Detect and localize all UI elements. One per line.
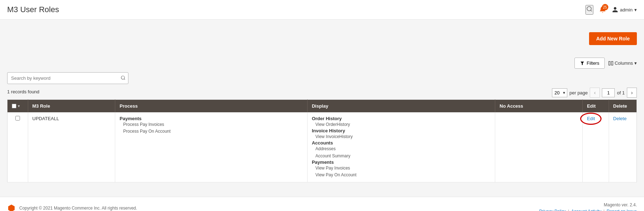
header: M3 User Roles 25 admin ▾ <box>0 0 644 20</box>
footer-links: Privacy Policy | Account Activity | Repo… <box>539 209 637 211</box>
prev-page-button[interactable]: ‹ <box>590 88 600 98</box>
magento-version: Magento ver. 2.4. <box>539 202 637 207</box>
svg-rect-3 <box>609 61 610 65</box>
page-title: M3 User Roles <box>7 5 59 14</box>
filters-bar: Filters Columns ▾ <box>7 58 637 69</box>
svg-rect-4 <box>611 61 613 65</box>
delete-cell: Delete <box>609 112 637 182</box>
next-page-button[interactable]: › <box>627 88 637 98</box>
columns-label: Columns <box>615 60 633 66</box>
process-sub-item-1: Process Pay Invoices <box>120 121 303 128</box>
current-page-input[interactable] <box>602 88 615 97</box>
add-new-role-button[interactable]: Add New Role <box>589 32 637 45</box>
pagination: 20 30 50 ▼ per page ‹ of 1 › <box>552 88 637 98</box>
th-delete: Delete <box>609 100 637 113</box>
display-title-accounts: Accounts <box>312 140 491 146</box>
noaccess-cell <box>495 112 583 182</box>
process-cell: Payments Process Pay Invoices Process Pa… <box>115 112 308 182</box>
display-item-account-summary: Account Summary <box>312 153 491 160</box>
edit-link[interactable]: Edit <box>587 116 595 121</box>
table-toolbar: 1 records found 20 30 50 ▼ per page ‹ of… <box>7 88 637 98</box>
display-item-view-invoicehistory: View InvoiceHistory <box>312 133 491 140</box>
svg-point-5 <box>121 76 125 79</box>
delete-link[interactable]: Delete <box>613 116 627 121</box>
table-row: UPDATEALL Payments Process Pay Invoices … <box>7 112 637 182</box>
select-all-checkbox[interactable] <box>12 104 16 108</box>
display-item-addresses: Addresses <box>312 146 491 152</box>
display-item-view-orderhistory: View OrderHistory <box>312 121 491 128</box>
th-process: Process <box>115 100 308 113</box>
footer-separator-2: | <box>603 209 604 211</box>
checkbox-dropdown-arrow[interactable]: ▾ <box>18 104 20 108</box>
header-right: 25 admin ▾ <box>585 5 637 15</box>
th-display: Display <box>307 100 495 113</box>
display-cell: Order History View OrderHistory Invoice … <box>307 112 495 182</box>
display-section-invoice-history: Invoice History View InvoiceHistory <box>312 128 491 140</box>
svg-marker-2 <box>581 62 584 65</box>
svg-line-1 <box>590 10 592 11</box>
footer: Copyright © 2021 Magento Commerce Inc. A… <box>0 197 644 211</box>
svg-point-0 <box>587 6 591 11</box>
per-page-select-wrapper: 20 30 50 ▼ <box>552 88 567 97</box>
edit-circle-wrapper: Edit <box>587 116 595 121</box>
display-title-order-history: Order History <box>312 116 491 121</box>
admin-user[interactable]: admin ▾ <box>612 6 637 13</box>
magento-logo <box>7 204 16 211</box>
footer-left: Copyright © 2021 Magento Commerce Inc. A… <box>7 204 137 211</box>
main-content: Add New Role Filters Columns ▾ <box>0 20 644 190</box>
search-icon-button[interactable] <box>585 5 593 15</box>
display-section-order-history: Order History View OrderHistory <box>312 116 491 128</box>
process-sub-item-2: Process Pay On Account <box>120 128 303 135</box>
report-issue-link[interactable]: Report an Issue <box>607 209 637 211</box>
footer-separator-1: | <box>568 209 569 211</box>
notification-count: 25 <box>602 4 608 10</box>
columns-button[interactable]: Columns ▾ <box>608 60 637 66</box>
table-header-row: ▾ M3 Role Process Display No Access Edit <box>7 100 637 113</box>
edit-cell: Edit <box>583 112 609 182</box>
total-pages: of 1 <box>617 90 625 95</box>
account-activity-link[interactable]: Account Activity <box>571 209 601 211</box>
filters-button[interactable]: Filters <box>574 58 604 69</box>
display-section-payments: Payments View Pay Invoices View Pay On A… <box>312 160 491 178</box>
row-checkbox[interactable] <box>15 116 20 121</box>
display-section-accounts: Accounts Addresses Account Summary <box>312 140 491 159</box>
action-bar: Add New Role <box>7 27 637 50</box>
per-page-label: per page <box>569 90 588 95</box>
records-found: 1 records found <box>7 89 39 94</box>
process-title: Payments <box>120 116 303 121</box>
filters-label: Filters <box>587 60 599 66</box>
per-page-select[interactable]: 20 30 50 <box>552 88 567 97</box>
display-title-payments: Payments <box>312 160 491 165</box>
admin-label: admin <box>620 7 633 13</box>
th-edit: Edit <box>583 100 609 113</box>
columns-dropdown-arrow: ▾ <box>634 60 637 66</box>
admin-dropdown-arrow: ▾ <box>634 7 637 13</box>
search-input-wrapper <box>7 72 128 84</box>
privacy-policy-link[interactable]: Privacy Policy <box>539 209 566 211</box>
row-checkbox-cell <box>7 112 28 182</box>
svg-line-6 <box>124 79 125 80</box>
data-table: ▾ M3 Role Process Display No Access Edit <box>7 99 637 182</box>
search-input[interactable] <box>7 72 128 84</box>
search-container <box>7 72 637 84</box>
th-noaccess: No Access <box>495 100 583 113</box>
display-item-view-pay-invoices: View Pay Invoices <box>312 165 491 172</box>
display-title-invoice-history: Invoice History <box>312 128 491 133</box>
m3role-cell: UPDATEALL <box>28 112 115 182</box>
th-checkbox: ▾ <box>7 100 28 113</box>
notification-bell[interactable]: 25 <box>599 6 606 13</box>
m3role-value: UPDATEALL <box>32 116 59 121</box>
footer-copyright: Copyright © 2021 Magento Commerce Inc. A… <box>19 206 137 211</box>
th-m3role: M3 Role <box>28 100 115 113</box>
search-submit-button[interactable] <box>121 75 126 81</box>
display-item-view-pay-on-account: View Pay On Account <box>312 172 491 178</box>
footer-right: Magento ver. 2.4. Privacy Policy | Accou… <box>539 202 637 211</box>
